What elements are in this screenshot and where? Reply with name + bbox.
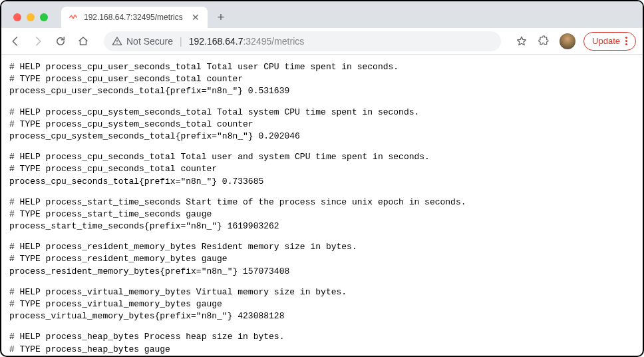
minimize-window-button[interactable] xyxy=(27,13,35,21)
forward-button[interactable] xyxy=(31,34,45,49)
toolbar-right: Update xyxy=(514,32,636,51)
metric-block: # HELP process_cpu_system_seconds_total … xyxy=(9,107,635,143)
back-button[interactable] xyxy=(8,34,23,49)
address-bar[interactable]: Not Secure | 192.168.64.7:32495/metrics xyxy=(104,31,501,51)
metric-block: # HELP process_virtual_memory_bytes Virt… xyxy=(9,286,635,323)
menu-icon xyxy=(625,37,627,45)
metric-block: # HELP process_heap_bytes Process heap s… xyxy=(9,331,635,356)
home-button[interactable] xyxy=(76,34,90,49)
reload-button[interactable] xyxy=(53,34,68,49)
warning-icon xyxy=(112,36,122,47)
window-controls xyxy=(7,13,55,28)
update-button[interactable]: Update xyxy=(583,32,636,51)
svg-point-1 xyxy=(116,43,117,43)
arrow-right-icon xyxy=(32,35,44,47)
security-label: Not Secure xyxy=(126,36,173,47)
update-label: Update xyxy=(592,36,620,46)
metric-block: # HELP process_cpu_seconds_total Total u… xyxy=(9,151,635,188)
home-icon xyxy=(77,35,89,47)
tab-strip: 192.168.64.7:32495/metrics ✕ + xyxy=(1,1,643,28)
browser-tab[interactable]: 192.168.64.7:32495/metrics ✕ xyxy=(61,7,208,28)
page-content[interactable]: # HELP process_cpu_user_seconds_total To… xyxy=(1,55,643,356)
new-tab-button[interactable]: + xyxy=(212,8,230,27)
toolbar: Not Secure | 192.168.64.7:32495/metrics … xyxy=(1,28,643,55)
close-window-button[interactable] xyxy=(13,13,21,21)
arrow-left-icon xyxy=(9,35,21,47)
url-host: 192.168.64.7 xyxy=(189,36,243,47)
address-separator: | xyxy=(180,36,182,47)
tab-favicon-icon xyxy=(68,12,79,23)
maximize-window-button[interactable] xyxy=(40,13,48,21)
url-path: :32495/metrics xyxy=(243,36,304,47)
url-text: 192.168.64.7:32495/metrics xyxy=(189,36,305,47)
close-tab-button[interactable]: ✕ xyxy=(190,12,201,23)
extensions-button[interactable] xyxy=(537,34,552,49)
metric-block: # HELP process_start_time_seconds Start … xyxy=(9,196,635,233)
metric-block: # HELP process_cpu_user_seconds_total To… xyxy=(9,61,635,98)
star-icon xyxy=(516,35,528,47)
bookmark-button[interactable] xyxy=(514,34,529,49)
tab-title: 192.168.64.7:32495/metrics xyxy=(84,13,185,22)
profile-avatar[interactable] xyxy=(560,33,575,49)
metric-block: # HELP process_resident_memory_bytes Res… xyxy=(9,241,635,278)
reload-icon xyxy=(55,35,67,47)
puzzle-icon xyxy=(538,35,550,47)
security-indicator[interactable]: Not Secure xyxy=(112,36,173,47)
